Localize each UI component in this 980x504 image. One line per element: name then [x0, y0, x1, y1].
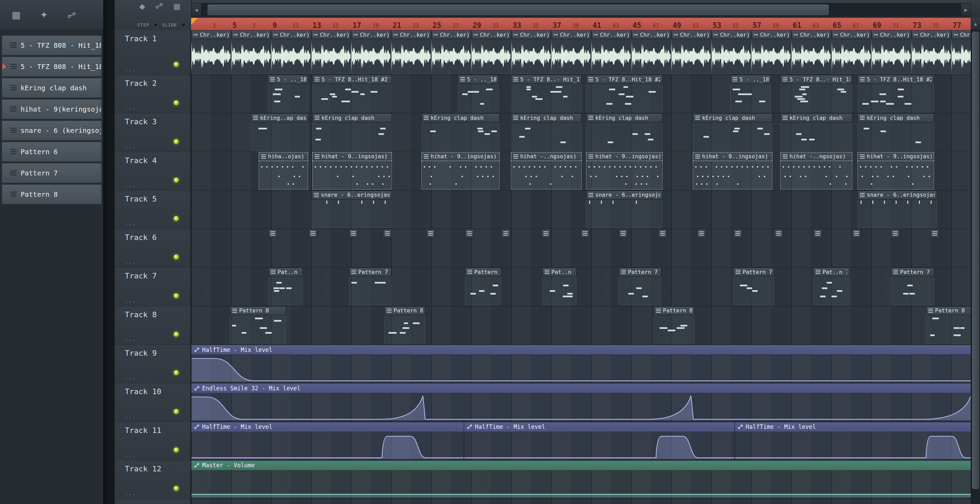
pattern-clip[interactable]: Pattern 7 [349, 268, 391, 305]
grid-icon[interactable]: ▦ [173, 2, 180, 11]
track-lane[interactable]: snare - 6..eringsojas)snare - 6..eringso… [191, 191, 971, 229]
pattern-clip[interactable]: Pattern 8 [654, 306, 695, 344]
pattern-clip[interactable]: hihat - 9..ingsojas) [422, 152, 500, 190]
audio-clip[interactable]: ↦Chr..ker) [191, 30, 231, 74]
horizontal-scrollbar[interactable]: ◀ ▶ [191, 3, 971, 16]
pattern-clip[interactable]: hihat -..ngsojas) [511, 152, 582, 190]
pattern-clip[interactable]: hihat - 9..ingsojas) [312, 152, 392, 190]
track-header[interactable]: Track 6... [115, 229, 191, 268]
link-icon[interactable] [156, 2, 163, 11]
pattern-clip[interactable]: 5 - .._18 [458, 75, 499, 112]
timeline-ruler[interactable]: 3579111315171921232527293133353739414345… [191, 18, 971, 31]
pattern-clip[interactable]: snare - 6..eringsojas) [586, 191, 663, 228]
audio-clip[interactable]: ↦Chr..ker) [831, 30, 872, 74]
pattern-clip[interactable]: kEring clap dash [858, 113, 934, 151]
track-lane[interactable]: hiha..ojas)hihat - 9..ingsojas)hihat - 9… [191, 152, 971, 191]
mini-pattern-clip[interactable] [930, 229, 939, 238]
track-lane[interactable]: HalfTime - Mix levelHalfTime - Mix level… [191, 422, 971, 460]
mini-pattern-clip[interactable] [852, 229, 861, 238]
grid-icon[interactable]: ▦ [12, 9, 21, 21]
track-lane[interactable] [191, 499, 971, 504]
track-options-dots[interactable]: ... [125, 105, 136, 111]
automation-clip[interactable]: HalfTime - Mix level [464, 422, 735, 459]
mini-pattern-clip[interactable] [619, 229, 628, 238]
automation-clip[interactable]: HalfTime - Mix level [735, 422, 971, 459]
pattern-clip[interactable]: kEring..ap dash [251, 113, 309, 151]
track-header[interactable]: Track 2... [115, 75, 191, 113]
vertical-scroll-thumb[interactable] [972, 32, 979, 489]
step-toggle[interactable] [153, 23, 158, 27]
pattern-clip[interactable]: 5 - TFZ 8..Hit_18 #2 [858, 75, 934, 112]
pattern-item[interactable]: Pattern 7 [2, 163, 102, 183]
pattern-clip[interactable]: 5 - TFZ 8..Hit_18 #2 [312, 75, 392, 112]
track-header[interactable]: Track 10... [115, 383, 191, 422]
audio-clip[interactable]: ↦Chr..ker) [511, 30, 551, 74]
audio-clip[interactable]: ↦Chr..ker) [871, 30, 912, 74]
scroll-up-button[interactable]: ▲ [971, 18, 980, 30]
track-lane[interactable]: ↦Chr..ker)↦Chr..ker)↦Chr..ker)↦Chr..ker)… [191, 30, 971, 75]
track-options-dots[interactable]: ... [125, 413, 136, 419]
mute-led[interactable] [173, 254, 179, 260]
pattern-clip[interactable]: 5 - TFZ 8..Hit_18 #2 [586, 75, 663, 112]
track-options-dots[interactable]: ... [125, 182, 136, 188]
track-header[interactable]: Track 12... [115, 460, 191, 499]
audio-clip[interactable]: ↦Chr..ker) [551, 30, 591, 74]
pattern-clip[interactable]: kEring clap dash [780, 113, 852, 151]
pattern-clip[interactable]: 5 - .._18 [268, 75, 309, 112]
audio-clip[interactable]: ↦Chr..ker) [351, 30, 391, 74]
pattern-clip[interactable]: 5 - TFZ 8..- Hit_18 [511, 75, 582, 112]
track-header[interactable]: Track 13... [115, 499, 191, 504]
automation-clip[interactable]: Endless Smile 32 - Mix level [191, 383, 971, 421]
pattern-clip[interactable]: hihat -..ngsojas) [780, 152, 852, 190]
track-options-dots[interactable]: ... [125, 336, 136, 342]
mini-pattern-clip[interactable] [383, 229, 392, 238]
pattern-clip[interactable]: Pattern 7 [465, 268, 501, 305]
pattern-item[interactable]: Pattern 6 [2, 142, 102, 162]
pattern-clip[interactable]: Pat..n 7 [813, 268, 850, 305]
track-options-dots[interactable]: ... [125, 298, 136, 304]
track-header[interactable]: Track 5... [115, 191, 191, 229]
pattern-clip[interactable]: snare - 6..eringsojas) [312, 191, 392, 228]
track-header[interactable]: Track 7... [115, 268, 191, 306]
pattern-clip[interactable]: Pattern 8 [926, 306, 971, 344]
pattern-clip[interactable]: Pattern 7 [733, 268, 774, 305]
track-lane[interactable] [191, 229, 971, 268]
mini-pattern-clip[interactable] [349, 229, 358, 238]
pattern-clip[interactable]: Pat..n 7 [268, 268, 303, 305]
mute-led[interactable] [173, 62, 179, 67]
track-options-dots[interactable]: ... [125, 259, 136, 265]
mute-led[interactable] [173, 293, 179, 298]
mute-led[interactable] [173, 447, 179, 453]
mini-pattern-clip[interactable] [774, 229, 783, 238]
track-options-dots[interactable]: ... [125, 144, 136, 150]
mute-led[interactable] [173, 332, 179, 337]
pattern-item[interactable]: 5 - TFZ 808 - Hit_18 [2, 35, 102, 55]
track-lane[interactable]: 5 - .._185 - TFZ 8..Hit_18 #25 - .._185 … [191, 75, 971, 113]
pattern-item[interactable]: hihat - 9(keringsojas) [2, 99, 102, 119]
track-lane[interactable]: Master - Volume [191, 460, 971, 499]
pattern-item[interactable]: kEring clap dash [2, 78, 102, 98]
pattern-clip[interactable]: hiha..ojas) [259, 152, 308, 190]
track-lane[interactable]: Pattern 8Pattern 8Pattern 8Pattern 8 [191, 306, 971, 345]
audio-clip[interactable]: ↦Chr..ker) [671, 30, 711, 74]
audio-clip[interactable]: ↦Chr..ker) [391, 30, 431, 74]
mini-pattern-clip[interactable] [541, 229, 550, 238]
track-lane[interactable]: kEring..ap dashkEring clap dashkEring cl… [191, 113, 971, 152]
track-header[interactable]: Track 8... [115, 306, 191, 345]
audio-clip[interactable]: ↦Chr..ker) [311, 30, 352, 74]
scroll-right-button[interactable]: ▶ [961, 3, 971, 16]
mute-led[interactable] [173, 216, 179, 221]
mini-pattern-clip[interactable] [426, 229, 435, 238]
audio-clip[interactable]: ↦Chr..ker) [711, 30, 751, 74]
mute-led[interactable] [173, 486, 179, 491]
pattern-clip[interactable]: kEring clap dash [422, 113, 500, 151]
pattern-item[interactable]: snare - 6 (keringsojas) [2, 121, 102, 140]
slide-toggle[interactable] [181, 23, 186, 27]
track-options-dots[interactable]: ... [125, 66, 136, 72]
pattern-clip[interactable]: Pattern 7 [619, 268, 661, 305]
pattern-item[interactable]: 5 - TFZ 808 - Hit_18 #2 [2, 57, 102, 77]
pattern-clip[interactable]: kEring clap dash [511, 113, 582, 151]
mute-led[interactable] [173, 370, 179, 375]
audio-clip[interactable]: ↦Chr..ker) [271, 30, 311, 74]
mini-pattern-clip[interactable] [581, 229, 590, 238]
